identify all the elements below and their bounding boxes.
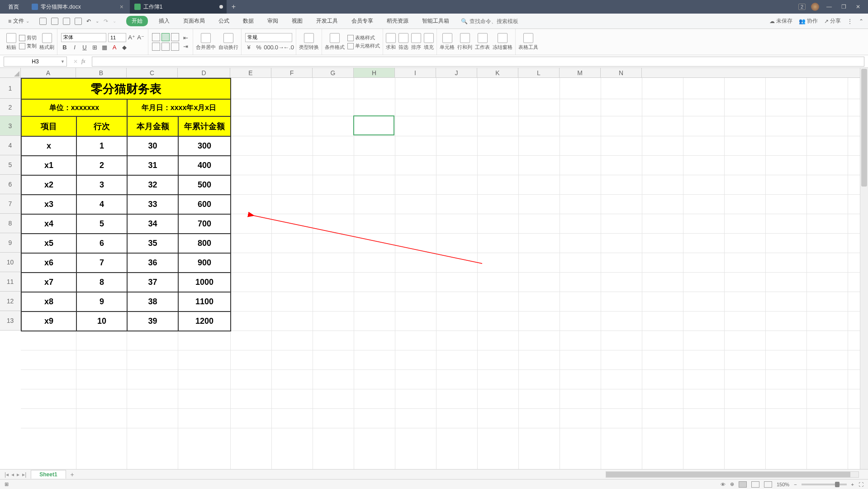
- sheet-tab[interactable]: Sheet1: [31, 470, 66, 479]
- collapse-ribbon-icon[interactable]: ⌃: [859, 18, 863, 24]
- paste-button[interactable]: 粘贴: [6, 33, 16, 51]
- cells-button[interactable]: 单元格: [440, 33, 455, 51]
- more-icon[interactable]: ⋮: [847, 18, 853, 24]
- font-color-icon[interactable]: A: [111, 44, 118, 51]
- tab-developer[interactable]: 开发工具: [313, 15, 341, 27]
- command-search[interactable]: 🔍: [461, 18, 528, 24]
- col-header-H[interactable]: H: [354, 68, 395, 77]
- doc-tab-sheet[interactable]: 工作簿1: [130, 0, 227, 14]
- chevron-down-icon[interactable]: ▼: [61, 59, 65, 64]
- row-header-12[interactable]: 12: [0, 292, 21, 311]
- normal-view-icon[interactable]: [739, 481, 747, 488]
- print-icon[interactable]: [63, 18, 70, 25]
- sheet-prev-icon[interactable]: ◂: [11, 471, 14, 478]
- col-header-I[interactable]: I: [395, 68, 436, 77]
- doc-tab-word[interactable]: 零分猫脚本.docx ×: [27, 0, 130, 14]
- col-header-N[interactable]: N: [601, 68, 642, 77]
- col-header-B[interactable]: B: [76, 68, 127, 77]
- font-name-select[interactable]: [61, 33, 106, 42]
- notification-badge[interactable]: 2: [798, 4, 806, 10]
- minimize-icon[interactable]: —: [825, 2, 834, 11]
- row-header-5[interactable]: 5: [0, 155, 21, 175]
- sheet-last-icon[interactable]: ▸|: [22, 471, 26, 478]
- print-preview-icon[interactable]: [51, 18, 58, 25]
- fill-color-icon[interactable]: ▦: [101, 44, 108, 51]
- cells-area[interactable]: 零分猫财务表单位：xxxxxxx年月日：xxxx年x月x日项目行次本月金额年累计…: [21, 78, 860, 475]
- page-layout-view-icon[interactable]: [751, 481, 759, 488]
- select-all-corner[interactable]: [0, 68, 21, 78]
- undo-icon[interactable]: ↶: [86, 18, 91, 24]
- freeze-button[interactable]: 冻结窗格: [493, 33, 512, 51]
- table-tools-button[interactable]: 表格工具: [518, 33, 538, 51]
- redo-icon[interactable]: ↷: [104, 18, 108, 24]
- row-header-4[interactable]: 4: [0, 136, 21, 155]
- sheet-first-icon[interactable]: |◂: [5, 471, 9, 478]
- new-tab-button[interactable]: +: [227, 3, 240, 11]
- zoom-in-icon[interactable]: +: [851, 482, 854, 487]
- worksheet-button[interactable]: 工作表: [475, 33, 490, 51]
- col-header-E[interactable]: E: [230, 68, 271, 77]
- formula-input[interactable]: [92, 57, 864, 67]
- col-header-L[interactable]: L: [518, 68, 560, 77]
- comma-icon[interactable]: 000: [265, 44, 272, 51]
- horizontal-scrollbar[interactable]: [606, 471, 859, 478]
- zoom-thumb[interactable]: [835, 482, 840, 487]
- row-header-2[interactable]: 2: [0, 99, 21, 116]
- tab-start[interactable]: 开始: [126, 16, 148, 26]
- zoom-value[interactable]: 150%: [777, 482, 789, 487]
- export-icon[interactable]: [75, 18, 82, 25]
- file-menu[interactable]: ≡ 文件 ⌄: [5, 17, 33, 25]
- coop-button[interactable]: 👥 协作: [799, 17, 818, 25]
- copy-button[interactable]: 复制: [19, 43, 37, 49]
- row-header-11[interactable]: 11: [0, 272, 21, 292]
- tab-formula[interactable]: 公式: [216, 15, 232, 27]
- close-window-icon[interactable]: ✕: [854, 2, 863, 11]
- add-sheet-button[interactable]: +: [66, 471, 79, 478]
- row-header-3[interactable]: 3: [0, 116, 21, 136]
- row-header-1[interactable]: 1: [0, 78, 21, 99]
- table-style-button[interactable]: 表格样式: [347, 34, 380, 41]
- vertical-scrollbar[interactable]: [860, 68, 868, 475]
- cut-button[interactable]: 剪切: [19, 34, 37, 41]
- decrease-font-icon[interactable]: A⁻: [137, 34, 144, 41]
- row-header-6[interactable]: 6: [0, 175, 21, 194]
- fullscreen-icon[interactable]: ⛶: [859, 482, 863, 487]
- alignment-grid[interactable]: [152, 33, 179, 51]
- close-icon[interactable]: ×: [120, 3, 126, 10]
- row-header-8[interactable]: 8: [0, 214, 21, 233]
- chevron-down-icon[interactable]: ⌄: [95, 19, 99, 24]
- eye-icon[interactable]: 👁: [721, 482, 726, 487]
- row-header-13[interactable]: 13: [0, 311, 21, 331]
- tab-insert[interactable]: 插入: [156, 15, 172, 27]
- bold-icon[interactable]: B: [61, 44, 68, 51]
- merge-button[interactable]: 合并居中: [196, 33, 216, 51]
- search-input[interactable]: [470, 18, 528, 24]
- row-header-7[interactable]: 7: [0, 194, 21, 214]
- fx-icon[interactable]: fx: [81, 58, 85, 65]
- increase-font-icon[interactable]: A⁺: [128, 34, 135, 41]
- col-header-M[interactable]: M: [560, 68, 601, 77]
- format-painter-button[interactable]: 格式刷: [39, 33, 54, 51]
- row-header-10[interactable]: 10: [0, 253, 21, 272]
- type-convert-button[interactable]: 类型转换: [299, 33, 319, 51]
- save-icon[interactable]: [39, 18, 47, 25]
- sort-button[interactable]: 排序: [411, 33, 421, 51]
- italic-icon[interactable]: I: [71, 44, 78, 51]
- border-icon[interactable]: ⊞: [91, 44, 98, 51]
- tab-page-layout[interactable]: 页面布局: [180, 15, 208, 27]
- chevron-down-icon[interactable]: ⌄: [113, 19, 116, 24]
- row-header-9[interactable]: 9: [0, 233, 21, 253]
- cell-style-button[interactable]: 单元格样式: [347, 43, 380, 49]
- sheet-next-icon[interactable]: ▸: [17, 471, 19, 478]
- status-mode-icon[interactable]: ⊞: [5, 481, 9, 487]
- rows-cols-button[interactable]: 行和列: [457, 33, 472, 51]
- col-header-A[interactable]: A: [21, 68, 76, 77]
- tab-member[interactable]: 会员专享: [349, 15, 376, 27]
- cancel-fx-icon[interactable]: ✕: [73, 58, 78, 65]
- tab-resources[interactable]: 稻壳资源: [384, 15, 411, 27]
- highlight-icon[interactable]: ◆: [121, 44, 128, 51]
- cond-format-button[interactable]: 条件格式: [325, 33, 345, 51]
- col-header-C[interactable]: C: [127, 68, 178, 77]
- col-header-K[interactable]: K: [477, 68, 518, 77]
- share-button[interactable]: ↗ 分享: [824, 17, 841, 25]
